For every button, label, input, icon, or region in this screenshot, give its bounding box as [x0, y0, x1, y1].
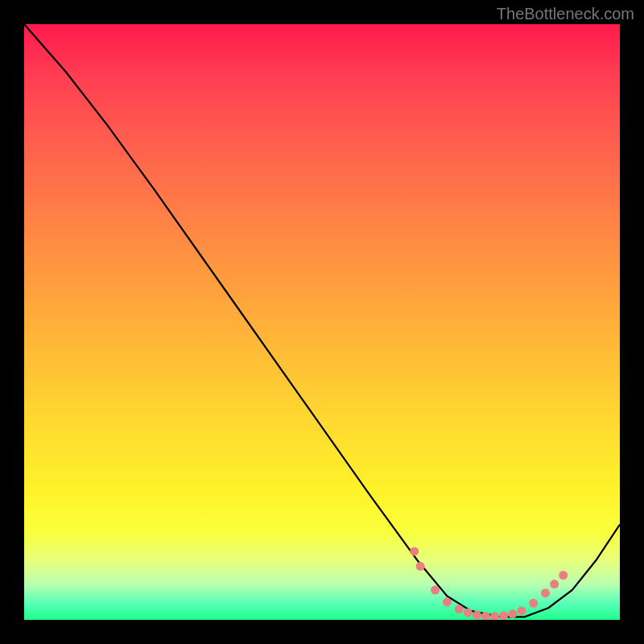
marker-dot — [443, 597, 452, 606]
marker-dot — [410, 547, 419, 555]
marker-dot — [473, 611, 481, 620]
marker-dot — [455, 605, 464, 613]
marker-dot — [559, 571, 568, 580]
attribution-text: TheBottleneck.com — [497, 5, 634, 23]
marker-dot — [431, 586, 440, 595]
plot-area — [24, 24, 620, 620]
marker-dot — [529, 599, 538, 608]
marker-dot — [517, 606, 526, 615]
marker-dot — [541, 588, 550, 597]
chart-svg — [24, 24, 620, 620]
marker-dot — [508, 609, 517, 618]
curve-path — [24, 24, 620, 617]
marker-dot — [490, 612, 499, 620]
marker-dot — [464, 609, 473, 617]
marker-dot — [550, 580, 559, 588]
marker-dot — [499, 611, 508, 620]
marker-dot — [416, 562, 425, 571]
